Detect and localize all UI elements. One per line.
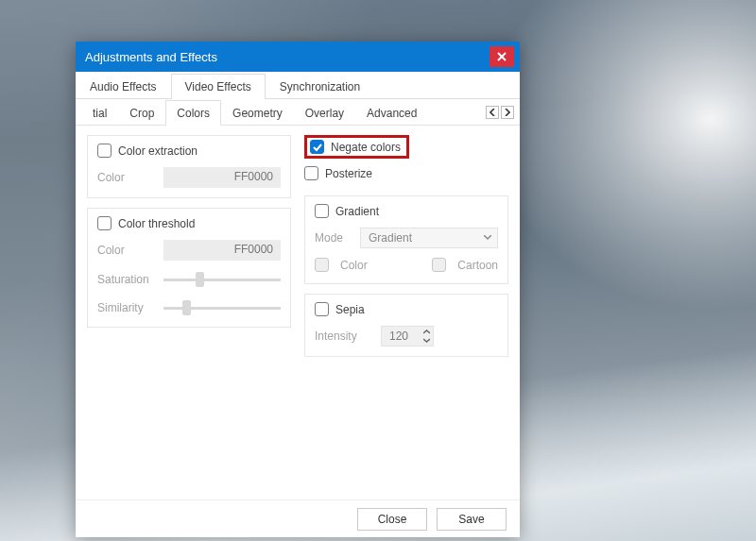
similarity-slider[interactable] bbox=[163, 298, 281, 317]
intensity-stepper[interactable]: 120 bbox=[381, 326, 434, 347]
gradient-color-label: Color bbox=[340, 259, 368, 272]
slider-track bbox=[163, 307, 281, 310]
gradient-cartoon-checkbox bbox=[432, 258, 446, 272]
saturation-label: Saturation bbox=[97, 273, 156, 286]
chevron-right-icon bbox=[506, 109, 509, 116]
negate-colors-checkbox[interactable] bbox=[310, 140, 324, 154]
tab-audio-effects[interactable]: Audio Effects bbox=[76, 74, 171, 99]
titlebar[interactable]: Adjustments and Effects bbox=[76, 42, 520, 72]
close-icon bbox=[497, 52, 507, 61]
step-down-button[interactable] bbox=[421, 337, 431, 345]
posterize-checkbox[interactable] bbox=[304, 166, 318, 180]
dialog-footer: Close Save bbox=[76, 499, 520, 537]
subtab-geometry[interactable]: Geometry bbox=[221, 100, 294, 126]
chevron-down-icon bbox=[423, 339, 430, 342]
check-icon bbox=[313, 143, 322, 152]
content-area: Color extraction Color FF0000 Color thre… bbox=[76, 126, 520, 499]
gradient-color-checkbox bbox=[315, 258, 329, 272]
gradient-mode-label: Mode bbox=[315, 231, 352, 245]
gradient-checkbox[interactable] bbox=[315, 204, 329, 218]
sub-tabs: tial Crop Colors Geometry Overlay Advanc… bbox=[76, 99, 484, 125]
color-threshold-group: Color threshold Color FF0000 Saturation … bbox=[87, 208, 291, 328]
subtab-scroll-buttons bbox=[484, 99, 520, 125]
scroll-left-button[interactable] bbox=[486, 106, 499, 119]
negate-colors-label: Negate colors bbox=[331, 141, 401, 154]
subtab-overlay[interactable]: Overlay bbox=[294, 100, 355, 126]
color-extraction-checkbox[interactable] bbox=[97, 144, 112, 158]
gradient-mode-value: Gradient bbox=[369, 231, 412, 245]
tab-synchronization[interactable]: Synchronization bbox=[266, 74, 374, 99]
gradient-mode-select[interactable]: Gradient bbox=[360, 228, 498, 248]
intensity-label: Intensity bbox=[315, 330, 373, 343]
save-button[interactable]: Save bbox=[437, 508, 507, 531]
posterize-label: Posterize bbox=[325, 167, 372, 180]
chevron-down-icon bbox=[484, 235, 491, 241]
close-window-button[interactable] bbox=[490, 46, 514, 67]
sepia-label: Sepia bbox=[335, 303, 365, 316]
gradient-label: Gradient bbox=[335, 205, 379, 218]
color-threshold-checkbox[interactable] bbox=[97, 216, 112, 230]
subtab-advanced[interactable]: Advanced bbox=[355, 100, 428, 126]
subtab-essential[interactable]: tial bbox=[81, 100, 118, 126]
step-up-button[interactable] bbox=[421, 329, 431, 336]
slider-thumb[interactable] bbox=[182, 300, 191, 315]
threshold-color-label: Color bbox=[97, 244, 156, 257]
gradient-group: Gradient Mode Gradient Color Cartoon bbox=[304, 195, 508, 284]
chevron-up-icon bbox=[423, 330, 430, 333]
slider-thumb[interactable] bbox=[196, 272, 204, 287]
adjustments-window: Adjustments and Effects Audio Effects Vi… bbox=[76, 42, 520, 537]
sub-tabs-row: tial Crop Colors Geometry Overlay Advanc… bbox=[76, 99, 520, 126]
color-extraction-group: Color extraction Color FF0000 bbox=[87, 135, 291, 198]
subtab-colors[interactable]: Colors bbox=[165, 100, 221, 126]
sepia-checkbox[interactable] bbox=[315, 302, 329, 316]
color-extraction-label: Color extraction bbox=[118, 144, 198, 158]
extraction-color-label: Color bbox=[97, 171, 156, 184]
intensity-value: 120 bbox=[389, 330, 408, 343]
gradient-cartoon-label: Cartoon bbox=[457, 259, 498, 272]
saturation-slider[interactable] bbox=[163, 270, 281, 289]
negate-colors-highlight: Negate colors bbox=[304, 135, 409, 159]
color-threshold-label: Color threshold bbox=[118, 217, 195, 230]
threshold-color-field[interactable]: FF0000 bbox=[163, 240, 281, 261]
scroll-right-button[interactable] bbox=[501, 106, 514, 119]
sepia-group: Sepia Intensity 120 bbox=[304, 294, 508, 357]
stepper-buttons bbox=[421, 329, 431, 345]
tab-video-effects[interactable]: Video Effects bbox=[171, 74, 266, 99]
close-button[interactable]: Close bbox=[357, 508, 427, 531]
left-column: Color extraction Color FF0000 Color thre… bbox=[87, 135, 291, 492]
main-tabs: Audio Effects Video Effects Synchronizat… bbox=[76, 72, 520, 99]
subtab-crop[interactable]: Crop bbox=[118, 100, 165, 126]
extraction-color-field[interactable]: FF0000 bbox=[163, 167, 281, 188]
similarity-label: Similarity bbox=[97, 301, 156, 314]
chevron-left-icon bbox=[490, 109, 494, 116]
window-title: Adjustments and Effects bbox=[85, 50, 490, 64]
right-column: Negate colors Posterize Gradient Mode Gr… bbox=[304, 135, 508, 492]
slider-track bbox=[163, 279, 281, 281]
